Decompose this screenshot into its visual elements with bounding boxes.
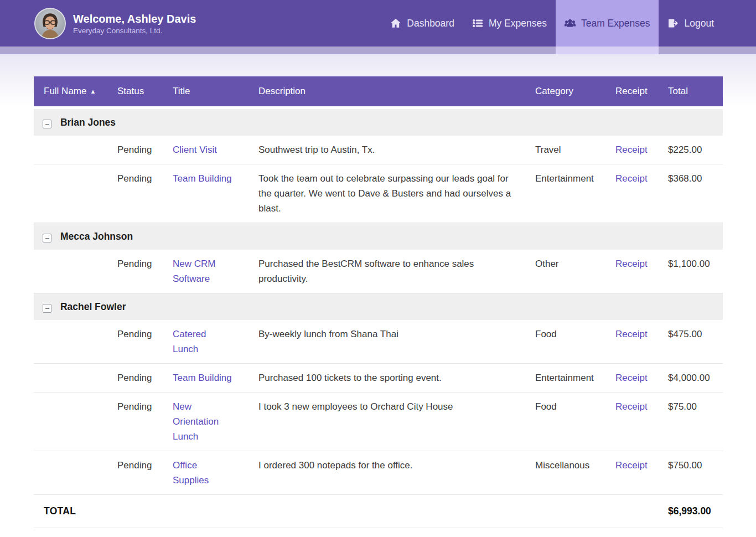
avatar-photo (35, 9, 65, 38)
logout-icon (667, 18, 679, 29)
full-name-cell (34, 136, 111, 164)
full-name-cell (34, 363, 111, 392)
column-header-receipt[interactable]: Receipt (609, 76, 661, 107)
column-header-label: Full Name (44, 86, 86, 96)
category-cell: Food (529, 392, 609, 451)
receipt-link[interactable]: Receipt (615, 373, 648, 383)
employee-group-row: − Rachel Fowler (34, 293, 723, 320)
expense-title-link[interactable]: New Orientation Lunch (173, 401, 219, 442)
grand-total-value: $6,993.00 (661, 494, 723, 528)
expense-title-link[interactable]: New CRM Software (173, 259, 215, 284)
full-name-cell (34, 392, 111, 451)
expense-row: Pending Catered Lunch By-weekly lunch fr… (34, 320, 723, 364)
expense-title-link[interactable]: Catered Lunch (173, 329, 206, 354)
employee-name: Brian Jones (60, 117, 116, 128)
category-cell: Entertainment (529, 164, 609, 223)
receipt-link[interactable]: Receipt (615, 144, 648, 155)
team-expenses-table: Full Name▲ Status Title Description Cate… (34, 76, 723, 528)
grand-total-row: TOTAL $6,993.00 (34, 494, 723, 528)
description-cell: Took the team out to celebrate surpassin… (252, 164, 529, 223)
total-cell: $225.00 (661, 136, 723, 164)
category-cell: Other (529, 250, 609, 293)
full-name-cell (34, 451, 111, 494)
list-icon (472, 18, 483, 29)
total-cell: $368.00 (661, 164, 723, 223)
description-cell: Southwest trip to Austin, Tx. (252, 136, 529, 164)
total-cell: $750.00 (661, 451, 723, 494)
receipt-link[interactable]: Receipt (615, 259, 648, 269)
nav-item-team-expenses[interactable]: Team Expenses (556, 0, 659, 54)
full-name-cell (34, 164, 111, 223)
total-cell: $1,100.00 (661, 250, 723, 293)
total-cell: $475.00 (661, 320, 723, 364)
full-name-cell (34, 320, 111, 364)
receipt-link[interactable]: Receipt (615, 401, 648, 412)
column-header-category[interactable]: Category (529, 76, 609, 107)
user-welcome-block: Welcome, Ashley Davis Everyday Consultan… (0, 0, 196, 54)
receipt-link[interactable]: Receipt (615, 460, 648, 471)
category-cell: Entertainment (529, 363, 609, 392)
expense-title-link[interactable]: Office Supplies (173, 460, 209, 486)
expense-row: Pending Office Supplies I ordered 300 no… (34, 451, 723, 494)
status-cell: Pending (111, 392, 166, 451)
nav-item-label: Team Expenses (581, 18, 650, 29)
employee-group-row: − Mecca Johnson (34, 223, 723, 250)
status-cell: Pending (111, 136, 166, 164)
receipt-link[interactable]: Receipt (615, 173, 648, 184)
collapse-group-icon[interactable]: − (43, 234, 51, 242)
main-nav: Dashboard My Expenses Team Expenses (381, 0, 723, 54)
user-avatar (34, 8, 66, 39)
column-header-full-name[interactable]: Full Name▲ (34, 76, 111, 107)
description-cell: By-weekly lunch from Shana Thai (252, 320, 529, 364)
category-cell: Miscellanous (529, 451, 609, 494)
nav-item-dashboard[interactable]: Dashboard (381, 0, 463, 54)
nav-item-logout[interactable]: Logout (659, 0, 723, 54)
employee-name: Mecca Johnson (60, 231, 133, 242)
company-name: Everyday Consultants, Ltd. (73, 27, 196, 35)
collapse-group-icon[interactable]: − (43, 304, 51, 313)
expense-row: Pending Team Building Purchased 100 tick… (34, 363, 723, 392)
description-cell: Purchased the BestCRM software to enhanc… (252, 250, 529, 293)
column-header-title[interactable]: Title (166, 76, 252, 107)
status-cell: Pending (111, 320, 166, 364)
column-header-description[interactable]: Description (252, 76, 529, 107)
expense-title-link[interactable]: Team Building (173, 373, 232, 383)
top-navbar: Welcome, Ashley Davis Everyday Consultan… (0, 0, 756, 54)
sort-ascending-icon: ▲ (90, 88, 96, 95)
employee-name: Rachel Fowler (60, 301, 126, 312)
receipt-link[interactable]: Receipt (615, 329, 648, 339)
welcome-text-block: Welcome, Ashley Davis Everyday Consultan… (73, 12, 196, 35)
status-cell: Pending (111, 164, 166, 223)
expense-row: Pending Client Visit Southwest trip to A… (34, 136, 723, 164)
description-cell: Purchased 100 tickets to the sporting ev… (252, 363, 529, 392)
description-cell: I took 3 new employees to Orchard City H… (252, 392, 529, 451)
column-header-status[interactable]: Status (111, 76, 166, 107)
employee-group-row: − Brian Jones (34, 107, 723, 136)
expense-row: Pending New Orientation Lunch I took 3 n… (34, 392, 723, 451)
column-header-total[interactable]: Total (661, 76, 723, 107)
nav-item-label: My Expenses (489, 18, 547, 29)
expense-table-body: − Brian Jones Pending Client Visit South… (34, 107, 723, 494)
nav-item-my-expenses[interactable]: My Expenses (463, 0, 556, 54)
full-name-cell (34, 250, 111, 293)
nav-item-label: Logout (684, 18, 714, 29)
status-cell: Pending (111, 451, 166, 494)
category-cell: Food (529, 320, 609, 364)
page-content: Full Name▲ Status Title Description Cate… (0, 54, 756, 537)
expense-row: Pending Team Building Took the team out … (34, 164, 723, 223)
team-icon (565, 18, 576, 29)
total-cell: $75.00 (661, 392, 723, 451)
collapse-group-icon[interactable]: − (43, 120, 51, 128)
description-cell: I ordered 300 notepads for the office. (252, 451, 529, 494)
category-cell: Travel (529, 136, 609, 164)
home-icon (390, 18, 401, 29)
total-cell: $4,000.00 (661, 363, 723, 392)
nav-item-label: Dashboard (407, 18, 454, 29)
expense-title-link[interactable]: Client Visit (173, 144, 217, 155)
expense-row: Pending New CRM Software Purchased the B… (34, 250, 723, 293)
expense-title-link[interactable]: Team Building (173, 173, 232, 184)
status-cell: Pending (111, 363, 166, 392)
status-cell: Pending (111, 250, 166, 293)
grand-total-label: TOTAL (34, 494, 661, 528)
table-header: Full Name▲ Status Title Description Cate… (34, 76, 723, 107)
